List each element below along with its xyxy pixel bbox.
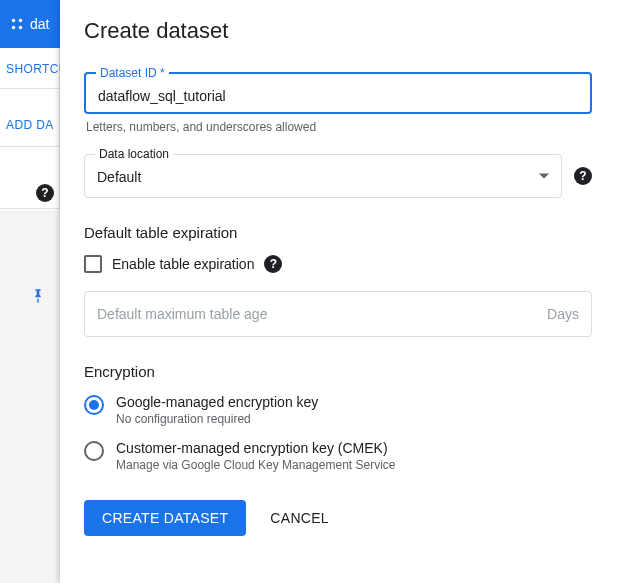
dataset-id-field[interactable]: Dataset ID * [84, 72, 592, 114]
dataset-id-label: Dataset ID * [96, 66, 169, 80]
encryption-option-desc: No configuration required [116, 412, 318, 426]
max-table-age-unit: Days [547, 306, 579, 322]
sidebar-shade [0, 210, 60, 583]
help-icon[interactable]: ? [574, 167, 592, 185]
bigquery-logo-icon [10, 17, 24, 31]
chevron-down-icon [539, 174, 549, 179]
svg-point-0 [12, 19, 16, 23]
help-icon[interactable]: ? [264, 255, 282, 273]
help-icon[interactable]: ? [36, 184, 54, 202]
max-table-age-field: Default maximum table age Days [84, 291, 592, 337]
data-location-value: Default [97, 169, 141, 185]
radio-selected-icon[interactable] [84, 395, 104, 415]
divider [0, 146, 60, 147]
dataset-id-helper: Letters, numbers, and underscores allowe… [86, 120, 590, 134]
data-location-label: Data location [95, 147, 173, 161]
dataset-id-input[interactable] [98, 88, 578, 104]
app-label: dat [30, 16, 49, 32]
enable-expiration-label: Enable table expiration [112, 256, 254, 272]
sidebar-link-shortcuts[interactable]: SHORTCU [6, 62, 68, 76]
expiration-heading: Default table expiration [84, 224, 592, 241]
svg-point-3 [19, 26, 23, 30]
encryption-option-label: Google-managed encryption key [116, 394, 318, 410]
max-table-age-placeholder: Default maximum table age [97, 306, 267, 322]
encryption-option-label: Customer-managed encryption key (CMEK) [116, 440, 396, 456]
encryption-option-cmek[interactable]: Customer-managed encryption key (CMEK) M… [84, 440, 592, 472]
sidebar-link-add-data[interactable]: ADD DA [6, 118, 54, 132]
app-header: dat [0, 0, 60, 48]
pin-icon[interactable] [30, 288, 46, 304]
encryption-option-desc: Manage via Google Cloud Key Management S… [116, 458, 396, 472]
sheet-title: Create dataset [84, 18, 592, 44]
divider [0, 208, 60, 209]
svg-point-1 [19, 19, 23, 23]
data-location-select[interactable]: Data location Default [84, 154, 562, 198]
cancel-button[interactable]: CANCEL [270, 510, 329, 526]
create-dataset-sheet: Create dataset Dataset ID * Letters, num… [60, 0, 628, 583]
encryption-heading: Encryption [84, 363, 592, 380]
radio-unselected-icon[interactable] [84, 441, 104, 461]
divider [0, 88, 60, 89]
create-dataset-button[interactable]: CREATE DATASET [84, 500, 246, 536]
enable-expiration-checkbox[interactable] [84, 255, 102, 273]
encryption-option-google[interactable]: Google-managed encryption key No configu… [84, 394, 592, 426]
svg-point-2 [12, 26, 16, 30]
